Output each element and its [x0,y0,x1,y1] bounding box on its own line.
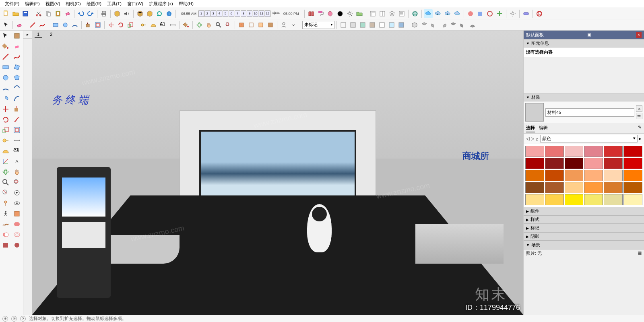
folder-icon[interactable] [355,9,364,18]
nav-home-icon[interactable]: ⌂ [536,136,539,141]
tab-edit[interactable]: 编辑 [539,124,548,132]
layout-icon[interactable] [368,9,377,18]
circle-icon[interactable] [61,21,70,29]
line2-icon[interactable] [0,52,11,62]
rotate2-icon[interactable] [0,114,11,125]
erase-icon[interactable] [63,9,72,18]
move-icon[interactable] [107,21,116,29]
chevron-down-icon[interactable] [289,21,298,29]
color-swatch[interactable] [604,158,623,169]
menu-file[interactable]: 文件(F) [2,0,22,8]
color-swatch[interactable] [584,182,603,193]
sync-icon[interactable]: ⟳ [20,316,26,322]
zoom2-icon[interactable] [0,177,11,188]
box-icon[interactable] [136,9,144,18]
back-icon[interactable] [449,21,458,29]
color-swatch[interactable] [545,170,564,181]
color-swatch[interactable] [525,194,544,205]
color-swatch[interactable] [545,194,564,205]
offset-icon[interactable] [93,21,102,29]
time-tick[interactable]: 11 [259,10,264,17]
material-folder-dropdown[interactable]: 颜色 ▾ [540,135,638,142]
solid-subtract-icon[interactable] [0,229,11,240]
menu-camera[interactable]: 相机(C) [63,0,83,8]
avatar-icon[interactable] [279,21,288,29]
copy-icon[interactable] [44,9,53,18]
arc3-icon[interactable] [11,83,23,93]
color-wheel-icon[interactable] [336,9,345,18]
cloud-sync-icon[interactable] [424,9,433,18]
color-swatch[interactable] [623,182,642,193]
protractor-icon[interactable] [149,21,158,29]
vr-icon[interactable] [522,9,530,18]
refresh-icon[interactable] [155,9,164,18]
zoom-extents-icon[interactable] [224,21,233,29]
color-swatch[interactable] [525,182,544,193]
style-shaded-icon[interactable] [358,21,367,29]
panel-entity-header[interactable]: ▼图元信息 [524,39,644,47]
panel-materials-header[interactable]: ▼材质 [524,93,644,101]
style-mono-icon[interactable] [378,21,386,29]
dimension-icon[interactable] [168,21,177,29]
iso-icon[interactable] [410,21,419,29]
panel-styles-header[interactable]: ▶样式 [524,215,644,224]
panel-scenes-header[interactable]: ▼场景 [524,241,644,249]
scene-tab-2[interactable]: 2 [47,31,55,38]
book-icon[interactable] [307,9,316,18]
color-swatch[interactable] [565,170,584,181]
paste-icon[interactable] [54,9,62,18]
section-icon[interactable] [237,21,246,29]
time-tick[interactable]: 5 [223,10,228,17]
layout2-icon[interactable] [378,9,387,18]
color-swatch[interactable] [604,182,623,193]
style-wireframe-icon[interactable] [339,21,348,29]
color-swatch[interactable] [584,170,603,181]
cloud-down-icon[interactable] [443,9,452,18]
section2-icon[interactable] [11,208,23,219]
color-swatch[interactable] [584,194,603,205]
settings-icon[interactable] [345,9,354,18]
select-arrow-icon[interactable] [2,21,10,29]
pushpull-icon[interactable] [84,21,93,29]
rotate-icon[interactable] [116,21,125,29]
speaker-icon[interactable] [122,9,131,18]
outliner-icon[interactable] [397,9,406,18]
plugin-d-icon[interactable] [495,9,504,18]
select-thin-icon[interactable]: ▸ [23,31,32,39]
model-info-icon[interactable] [113,9,122,18]
3dtext-icon[interactable]: A [11,156,23,167]
paint-roller-icon[interactable] [316,9,325,18]
orbit-icon[interactable] [195,21,204,29]
top-icon[interactable] [420,21,429,29]
save-icon[interactable] [21,9,30,18]
offset2-icon[interactable] [11,125,23,135]
geo-icon[interactable]: ⊕ [2,316,8,322]
warehouse-icon[interactable] [411,9,419,18]
nav-fwd-icon[interactable]: ▷ [531,136,534,141]
color-swatch[interactable] [545,158,564,169]
box2-icon[interactable] [145,9,154,18]
color-swatch[interactable] [565,158,584,169]
right-icon[interactable] [439,21,448,29]
pan-icon[interactable] [204,21,213,29]
plugin-b-icon[interactable] [476,9,485,18]
color-swatch[interactable] [565,146,584,157]
color-swatch[interactable] [604,146,623,157]
tag-dropdown[interactable]: 未标记▾ [302,21,334,29]
viewport-3d[interactable]: 1 2 右视图 务 终 端 商城所 www.znzmo.com www.znzm… [32,31,523,315]
style-back-icon[interactable] [397,21,406,29]
undo-icon[interactable] [76,9,85,18]
arc-icon[interactable] [70,21,79,29]
time-tick[interactable]: 12 [265,10,270,17]
select-icon[interactable] [0,31,11,41]
material-dropper-icon[interactable]: 👁 [636,113,642,119]
close-icon[interactable]: × [636,32,642,38]
polygon-icon[interactable] [11,72,23,83]
eraser2-icon[interactable] [11,41,23,52]
color-swatch[interactable] [545,182,564,193]
color-swatch[interactable] [584,146,603,157]
menu-tools[interactable]: 工具(T) [105,0,124,8]
scale2-icon[interactable] [0,125,11,135]
color-swatch[interactable] [623,194,642,205]
position-camera-icon[interactable] [0,198,11,208]
